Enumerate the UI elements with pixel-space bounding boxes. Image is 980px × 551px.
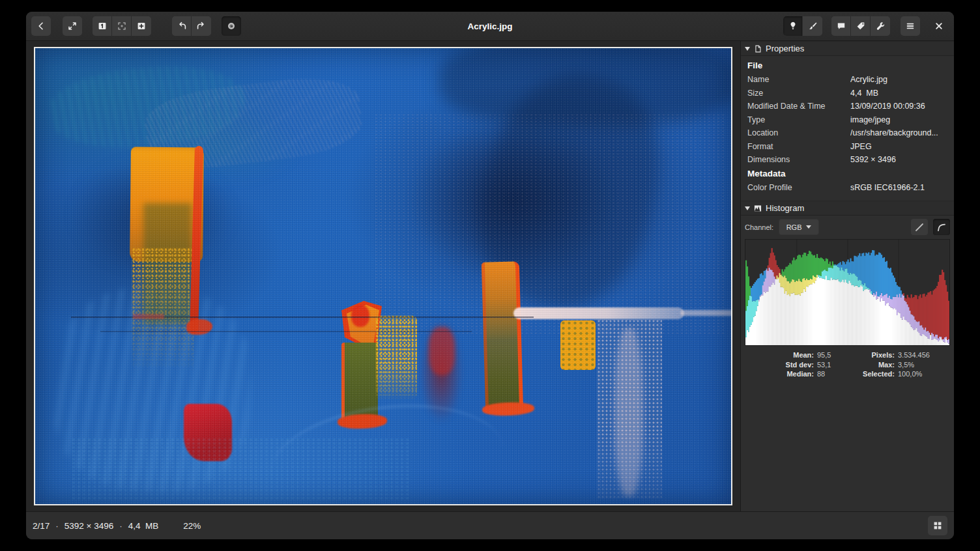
edit-image-button[interactable]: [803, 16, 822, 36]
histogram-chart: [745, 240, 949, 345]
menu-button[interactable]: [901, 16, 920, 36]
logarithmic-histogram-button[interactable]: [933, 219, 950, 235]
tag-button[interactable]: [851, 16, 871, 36]
property-value: 13/09/2019 00:09:36: [850, 100, 925, 113]
property-value: 5392 × 3496: [850, 153, 896, 167]
brush-icon: [807, 21, 818, 31]
property-label: Size: [747, 87, 850, 100]
app-window: Acrylic.jpg: [26, 12, 954, 539]
property-label: Name: [747, 73, 850, 87]
property-label: Format: [747, 140, 850, 154]
rotate-right-icon: [196, 21, 207, 31]
statusbar: 2/17 · 5392 × 3496 · 4,4 MB 22%: [26, 511, 954, 539]
property-label: Type: [747, 113, 850, 127]
paint-red-mark-top: [351, 305, 369, 327]
paint-white-stripe: [513, 307, 684, 319]
sidebar: Properties File NameAcrylic.jpg Size4,4 …: [740, 41, 954, 511]
property-value: JPEG: [850, 140, 872, 154]
slideshow-button[interactable]: [222, 16, 241, 36]
property-row: Color ProfilesRGB IEC61966-2.1: [747, 181, 947, 195]
stat-label: Std dev:: [768, 361, 814, 370]
toolbar-right: [783, 16, 949, 36]
stat-value: 53,1: [817, 361, 846, 370]
rotate-controls: [172, 16, 211, 36]
artwork-image: [35, 48, 731, 504]
rotate-left-button[interactable]: [172, 16, 192, 36]
annotation-controls: [831, 16, 890, 36]
file-section-title: File: [747, 59, 947, 73]
paint-orange-slab-right: [482, 261, 523, 414]
property-label: Modified Date & Time: [747, 100, 850, 113]
stat-label: Mean:: [768, 351, 814, 360]
back-button[interactable]: [31, 16, 51, 36]
property-value: /usr/share/background...: [850, 126, 938, 140]
metadata-section-title: Metadata: [747, 167, 947, 181]
view-mode-controls: [783, 16, 822, 36]
rotate-left-icon: [177, 21, 187, 31]
channel-label: Channel:: [745, 223, 773, 231]
stat-label: Selected:: [849, 370, 895, 379]
toolbar-left: [31, 16, 241, 36]
zoom-in-button[interactable]: [132, 16, 151, 36]
image-position: 2/17: [33, 521, 50, 531]
property-value: sRGB IEC61966-2.1: [850, 181, 925, 195]
histogram-stats: Mean:95,5 Pixels:3.534.456 Std dev:53,1 …: [768, 351, 954, 379]
properties-header-label: Properties: [766, 44, 804, 53]
grid-icon: [932, 520, 943, 531]
headerbar: Acrylic.jpg: [26, 12, 954, 41]
paint-red-smudge-bright: [429, 327, 455, 375]
stat-label: Median:: [768, 370, 814, 379]
properties-section-header[interactable]: Properties: [741, 41, 954, 56]
property-value: 4,4 MB: [850, 87, 878, 100]
property-row: Modified Date & Time13/09/2019 00:09:36: [747, 100, 947, 113]
slideshow-icon: [226, 21, 237, 31]
property-row: FormatJPEG: [747, 140, 947, 154]
file-properties-icon: [753, 44, 762, 53]
channel-select[interactable]: RGB: [779, 219, 819, 235]
zoom-original-icon: [97, 21, 108, 31]
close-icon: [934, 21, 944, 31]
fullscreen-button[interactable]: [63, 16, 82, 36]
property-label: Color Profile: [747, 181, 850, 195]
linear-histogram-button[interactable]: [911, 219, 928, 235]
close-button[interactable]: [929, 16, 949, 36]
histogram-plot[interactable]: [745, 239, 950, 346]
property-label: Dimensions: [747, 153, 850, 167]
menu-icon: [905, 21, 915, 31]
zoom-controls: [93, 16, 151, 36]
paint-blue-arc: [264, 393, 510, 505]
thumbnail-grid-button[interactable]: [928, 516, 947, 535]
stat-value: 3.534.456: [898, 351, 953, 360]
paint-horizon-line-2: [100, 331, 472, 332]
stat-label: Max:: [849, 361, 895, 370]
paint-drybrush-yellow-left: [132, 247, 194, 371]
rotate-right-button[interactable]: [192, 16, 211, 36]
histogram-icon: [753, 204, 762, 213]
artwork-canvas[interactable]: [34, 47, 732, 505]
paint-small-orange-patch: [560, 320, 596, 370]
tools-button[interactable]: [871, 16, 890, 36]
property-label: Location: [747, 126, 850, 140]
tag-icon: [856, 21, 866, 31]
property-row: Location/usr/share/background...: [747, 126, 947, 140]
property-row: NameAcrylic.jpg: [747, 73, 947, 87]
chevron-down-icon: [806, 225, 811, 229]
stat-value: 88: [817, 370, 846, 379]
stat-value: 95,5: [817, 351, 846, 360]
zoom-fit-button[interactable]: [112, 16, 132, 36]
zoom-original-button[interactable]: [93, 16, 112, 36]
expander-down-icon: [745, 206, 750, 210]
histogram-section-header[interactable]: Histogram: [741, 201, 954, 216]
linear-histogram-icon: [915, 223, 924, 232]
window-title: Acrylic.jpg: [467, 12, 512, 41]
paint-white-stripe-ext: [680, 310, 732, 316]
zoom-level: 22%: [183, 521, 201, 531]
paint-pink-streak: [615, 328, 642, 496]
histogram-header-label: Histogram: [766, 203, 804, 213]
viewer-properties-button[interactable]: [783, 16, 803, 36]
comment-button[interactable]: [831, 16, 851, 36]
paint-pink-stipple-right: [374, 113, 726, 335]
content-area: Properties File NameAcrylic.jpg Size4,4 …: [26, 41, 954, 511]
separator-dot: ·: [119, 521, 122, 531]
separator-dot: ·: [55, 521, 59, 531]
